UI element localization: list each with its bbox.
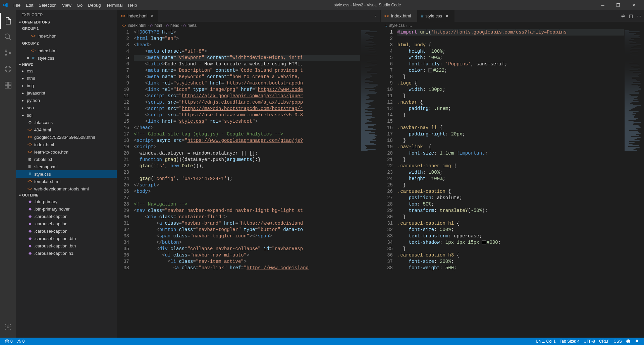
extensions-icon[interactable] [0,77,16,93]
outline-item[interactable]: ◆.carousel-caption [16,220,117,227]
file-item[interactable]: 🗎robots.txt [16,156,117,163]
menu-file[interactable]: File [11,3,23,8]
open-editors-header[interactable]: ▾ OPEN EDITORS [16,19,117,25]
file-icon: 🗎 [27,164,33,169]
file-item[interactable]: ⚙.htaccess [16,119,117,126]
file-item[interactable]: 🗎sitemap.xml [16,163,117,170]
file-item[interactable]: <>googlecc752283459e5508.html [16,133,117,141]
breadcrumb-item[interactable]: ◇ head [166,23,179,28]
outline-header[interactable]: ▾ OUTLINE [16,192,117,198]
outline-item[interactable]: ◆.carousel-caption [16,213,117,220]
sidebar-title: EXPLORER [16,10,117,19]
code-area[interactable]: @import url('https://fonts.googleapis.co… [397,29,624,338]
status-language[interactable]: CSS [611,339,624,344]
close-icon[interactable]: ✕ [151,14,154,18]
split-editor-icon[interactable]: ◫ [629,13,633,18]
menu-terminal[interactable]: Terminal [103,3,125,8]
file-item[interactable]: <>web-development-tools.html [16,185,117,192]
html-file-icon: <> [122,23,126,27]
outline-item[interactable]: ◆.btn-primary:hover [16,205,117,213]
minimize-button[interactable]: ─ [595,0,610,10]
status-encoding[interactable]: UTF-8 [582,339,597,344]
activitybar [0,10,16,338]
file-item[interactable]: #style.css [16,170,117,178]
outline-item[interactable]: ◆.carousel-caption [16,227,117,235]
outline-symbol-icon: ◆ [27,214,33,219]
outline-label: .carousel-caption h1 [34,251,73,256]
editor-tab[interactable]: #style.css✕ [418,10,454,22]
minimap[interactable] [624,29,644,338]
source-control-icon[interactable] [0,45,16,61]
html-file-icon: <> [27,127,33,132]
svg-point-17 [627,341,628,341]
status-warnings[interactable]: 0 [15,339,27,344]
folder-label: seo [27,105,34,110]
open-editor-item[interactable]: <>index.html [16,47,117,54]
open-editors-group[interactable]: GROUP 2 [16,40,117,47]
close-icon[interactable]: ✕ [25,56,30,60]
open-editor-item[interactable]: ✕#style.css [16,54,117,62]
breadcrumb-item[interactable]: ... [409,23,412,28]
status-lncol[interactable]: Ln 1, Col 1 [534,339,558,344]
compare-icon[interactable]: ⇄ [621,13,625,18]
outline-item[interactable]: ◆.carousel-caption .btn [16,242,117,249]
code-area[interactable]: <!DOCTYPE html><html lang="en"><head> <m… [134,29,360,338]
close-button[interactable]: ✕ [626,0,641,10]
debug-icon[interactable] [0,61,16,77]
folder-item[interactable]: ▸img [16,82,117,89]
chevron-right-icon: ▸ [22,84,27,88]
search-icon[interactable] [0,29,16,45]
outline-item[interactable]: ◆.carousel-caption .btn [16,235,117,242]
folder-item[interactable]: ▸javascript [16,89,117,97]
breadcrumb-item[interactable]: # style.css [385,23,405,28]
menu-view[interactable]: View [59,3,74,8]
file-item[interactable]: <>learn-to-code.html [16,148,117,156]
folder-item[interactable]: ▸sql [16,111,117,119]
minimap[interactable] [360,29,380,338]
folder-item[interactable]: ▸css [16,67,117,74]
svg-point-0 [5,34,10,39]
file-item[interactable]: <>404.html [16,126,117,133]
breadcrumb-item[interactable]: <> index.html [122,23,146,28]
outline-item[interactable]: ◆.carousel-caption h1 [16,249,117,257]
open-editors-group[interactable]: GROUP 1 [16,25,117,32]
status-bell-icon[interactable] [633,339,641,344]
more-icon[interactable]: ⋯ [373,13,378,18]
menu-edit[interactable]: Edit [23,3,36,8]
open-editor-item[interactable]: <>index.html [16,32,117,40]
status-tabsize[interactable]: Tab Size: 4 [558,339,582,344]
file-item[interactable]: <>template.html [16,178,117,185]
outline-label: OUTLINE [22,193,38,197]
chevron-right-icon: ▸ [22,76,27,80]
close-icon[interactable]: ✕ [445,14,449,18]
breadcrumb-item[interactable]: ◇ meta [183,23,197,28]
editor-body[interactable]: 1234567891011121314151617181920212223242… [117,29,380,338]
folder-item[interactable]: ▸seo [16,104,117,111]
breadcrumb-item[interactable]: ◇ html [150,23,162,28]
maximize-button[interactable]: ❐ [610,0,626,10]
breadcrumb-icon: ◇ [183,23,186,27]
outline-item[interactable]: ◆.btn-primary [16,198,117,205]
breadcrumb[interactable]: <> index.html›◇ html›◇ head›◇ meta [117,22,380,29]
settings-gear-icon[interactable] [0,319,16,335]
status-errors[interactable]: 0 [3,339,15,344]
breadcrumb[interactable]: # style.css› ... [381,22,644,29]
status-eol[interactable]: CRLF [597,339,611,344]
file-item[interactable]: <>index.html [16,141,117,148]
breadcrumb-icon: ◇ [150,23,153,27]
menu-help[interactable]: Help [125,3,140,8]
menu-debug[interactable]: Debug [85,3,103,8]
editor-tab[interactable]: <>index.html✕ [117,10,158,22]
folder-item[interactable]: ▸html [16,74,117,82]
menu-go[interactable]: Go [74,3,85,8]
svg-point-2 [5,50,7,52]
folder-item[interactable]: ▸python [16,97,117,104]
menubar: FileEditSelectionViewGoDebugTerminalHelp [11,3,140,8]
status-feedback-icon[interactable] [624,339,633,344]
editor-tab[interactable]: <>index.html [381,10,418,22]
workspace-header[interactable]: ▾ NEW2 [16,62,117,67]
more-icon[interactable]: ⋯ [637,13,641,18]
explorer-icon[interactable] [0,13,16,29]
editor-body[interactable]: 1234567891011121314151617181920212223242… [381,29,644,338]
menu-selection[interactable]: Selection [36,3,59,8]
